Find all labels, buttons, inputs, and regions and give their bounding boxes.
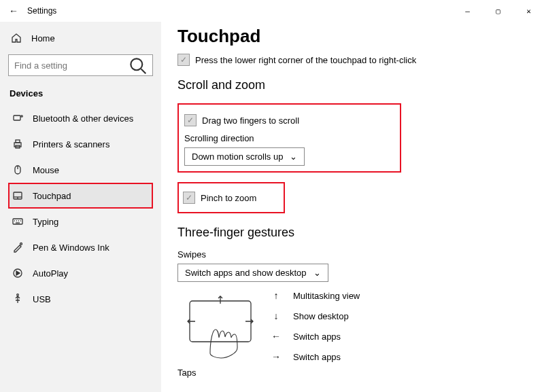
- chevron-down-icon: ⌄: [313, 268, 321, 278]
- sidebar-item-bluetooth[interactable]: Bluetooth & other devices: [8, 105, 153, 131]
- printer-icon: [12, 139, 23, 149]
- gesture-left: ←Switch apps: [271, 331, 360, 342]
- arrow-left-icon: ←: [271, 331, 281, 342]
- gesture-down: ↓Show desktop: [271, 310, 360, 321]
- gesture-label: Switch apps: [293, 332, 341, 342]
- sidebar-item-usb[interactable]: USB: [8, 286, 153, 312]
- dropdown-value: Switch apps and show desktop: [185, 268, 307, 278]
- close-button[interactable]: ✕: [513, 0, 544, 22]
- mouse-icon: [12, 164, 23, 175]
- sidebar-item-touchpad[interactable]: Touchpad: [8, 183, 153, 209]
- dropdown-value: Down motion scrolls up: [192, 152, 283, 162]
- scroll-direction-dropdown[interactable]: Down motion scrolls up ⌄: [184, 147, 305, 166]
- sidebar-item-label: Printers & scanners: [33, 139, 109, 149]
- window-title: Settings: [27, 6, 56, 16]
- page-title: Touchpad: [177, 26, 528, 47]
- highlight-scroll-section: ✓ Drag two fingers to scroll Scrolling d…: [177, 103, 401, 173]
- gesture-list: ↑Multitasking view ↓Show desktop ←Switch…: [271, 289, 360, 363]
- arrow-down-icon: ↓: [271, 310, 281, 321]
- sidebar-item-label: Bluetooth & other devices: [33, 113, 133, 124]
- search-icon: [129, 56, 147, 75]
- sidebar-item-printers[interactable]: Printers & scanners: [8, 131, 153, 157]
- bluetooth-icon: [12, 113, 23, 124]
- pen-icon: [12, 242, 23, 253]
- sidebar-item-label: USB: [33, 294, 51, 304]
- minimize-button[interactable]: —: [452, 0, 483, 22]
- sidebar-item-pen[interactable]: Pen & Windows Ink: [8, 234, 153, 260]
- search-input[interactable]: [14, 60, 129, 71]
- sidebar-item-label: AutoPlay: [33, 268, 68, 279]
- sidebar-item-label: Touchpad: [33, 191, 71, 201]
- home-label: Home: [31, 33, 55, 43]
- keyboard-icon: [12, 216, 23, 227]
- main-panel: Touchpad ✓ Press the lower right corner …: [161, 22, 544, 392]
- arrow-up-icon: ↑: [271, 290, 281, 301]
- highlight-pinch-section: ✓ Pinch to zoom: [177, 182, 285, 213]
- sidebar-item-typing[interactable]: Typing: [8, 209, 153, 234]
- home-icon: [11, 33, 22, 43]
- pinch-zoom-checkbox[interactable]: ✓ Pinch to zoom: [183, 192, 256, 204]
- sidebar-item-autoplay[interactable]: AutoPlay: [8, 260, 153, 286]
- section-scroll-zoom: Scroll and zoom: [177, 78, 528, 92]
- drag-two-fingers-checkbox[interactable]: ✓ Drag two fingers to scroll: [184, 114, 305, 126]
- taps-label: Taps: [177, 368, 528, 378]
- svg-point-0: [131, 58, 142, 70]
- touchpad-gesture-illustration: [183, 289, 258, 363]
- back-button[interactable]: ←: [5, 5, 22, 16]
- checkmark-icon: ✓: [184, 114, 197, 126]
- checkbox-label: Drag two fingers to scroll: [202, 115, 299, 126]
- category-header: Devices: [10, 88, 153, 99]
- titlebar: ← Settings — ▢ ✕: [0, 0, 544, 22]
- svg-point-2: [21, 115, 22, 117]
- gesture-label: Switch apps: [293, 352, 341, 362]
- home-button[interactable]: Home: [8, 29, 153, 48]
- maximize-button[interactable]: ▢: [483, 0, 513, 22]
- section-three-finger: Three-finger gestures: [177, 226, 528, 240]
- gesture-label: Show desktop: [293, 311, 349, 321]
- gesture-right: →Switch apps: [271, 351, 360, 362]
- window-controls: — ▢ ✕: [452, 0, 544, 22]
- checkbox-label: Press the lower right corner of the touc…: [195, 55, 416, 65]
- sidebar-item-label: Pen & Windows Ink: [33, 243, 109, 253]
- svg-rect-11: [13, 219, 22, 224]
- svg-rect-1: [14, 115, 20, 120]
- search-box[interactable]: [8, 54, 153, 76]
- sidebar-item-mouse[interactable]: Mouse: [8, 157, 153, 183]
- swipes-label: Swipes: [177, 249, 528, 260]
- sidebar: Home Devices Bluetooth & other devices P…: [0, 22, 161, 392]
- checkmark-icon: ✓: [177, 54, 190, 66]
- checkmark-icon: ✓: [183, 192, 195, 204]
- gesture-up: ↑Multitasking view: [271, 290, 360, 301]
- swipes-dropdown[interactable]: Switch apps and show desktop ⌄: [177, 264, 328, 282]
- usb-icon: [12, 293, 23, 304]
- press-corner-checkbox[interactable]: ✓ Press the lower right corner of the to…: [177, 54, 528, 66]
- gesture-diagram-row: ↑Multitasking view ↓Show desktop ←Switch…: [177, 289, 528, 363]
- checkbox-label: Pinch to zoom: [201, 193, 256, 203]
- sidebar-item-label: Mouse: [33, 165, 59, 175]
- svg-point-19: [17, 294, 19, 296]
- scroll-direction-label: Scrolling direction: [184, 133, 305, 143]
- sidebar-item-label: Typing: [33, 217, 58, 227]
- svg-point-17: [20, 243, 22, 245]
- arrow-right-icon: →: [271, 351, 281, 362]
- gesture-label: Multitasking view: [293, 291, 360, 301]
- touchpad-icon: [12, 190, 23, 201]
- chevron-down-icon: ⌄: [290, 152, 297, 162]
- svg-rect-4: [16, 140, 20, 143]
- autoplay-icon: [12, 268, 23, 279]
- svg-rect-20: [190, 301, 251, 342]
